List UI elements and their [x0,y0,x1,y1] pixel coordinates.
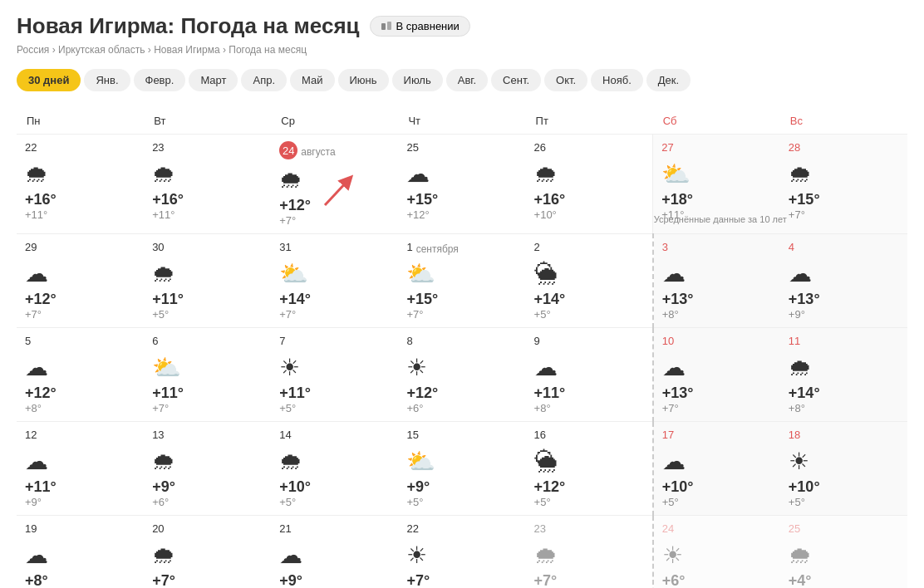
tab-nov[interactable]: Нояб. [591,69,643,91]
tab-jan[interactable]: Янв. [84,69,130,91]
weather-icon-13sep: 🌧 [152,448,263,475]
day-7-sep[interactable]: 7 ☀ +11° +5° [271,328,398,422]
day-24-aug[interactable]: 24 августа 🌧 +12° +7° [271,135,398,234]
day-22-aug[interactable]: 22 🌧 +16° +11° [17,135,144,234]
breadcrumb-city[interactable]: Новая Игирма [154,44,219,56]
tab-aug[interactable]: Авг. [446,69,488,91]
weather-icon-1sep: ⛅ [406,260,517,287]
tab-jun[interactable]: Июнь [338,69,389,91]
weather-icon-25sep: 🌧 [789,541,899,569]
weather-icon-26: 🌧 [534,160,645,188]
day-29-aug[interactable]: 29 ☁ +12° +7° [17,234,144,328]
weather-icon-16sep: 🌦 [534,448,644,475]
day-4-sep[interactable]: 4 ☁ +13° +9° [780,234,907,328]
day-16-sep[interactable]: 16 🌦 +12° +5° [526,422,653,516]
day-11-sep[interactable]: 11 🌧 +14° +8° [780,328,907,422]
tab-mar[interactable]: Март [189,69,238,91]
weather-icon-28: 🌧 [789,160,899,188]
weather-icon-25: ☁ [406,160,517,188]
week-row-2: 29 ☁ +12° +7° 30 🌧 +11° +5° 31 ⛅ +14° +7… [17,234,907,328]
day-2-sep[interactable]: 2 🌦 +14° +5° [526,234,653,328]
day-12-sep[interactable]: 12 ☁ +11° +9° [17,422,144,516]
weather-icon-17sep: ☁ [662,448,772,475]
tab-sep[interactable]: Сент. [491,69,541,91]
weekday-wed: Ср [271,108,398,135]
day-24-sep[interactable]: 24 ☀ +6° +3° [653,516,780,589]
weather-icon-31: ⛅ [279,260,390,287]
day-30-aug[interactable]: 30 🌧 +11° +5° [144,234,271,328]
day-6-sep[interactable]: 6 ⛅ +11° +7° [144,328,271,422]
day-13-sep[interactable]: 13 🌧 +9° +6° [144,422,271,516]
tab-30days[interactable]: 30 дней [17,69,81,91]
day-23-sep[interactable]: 23 🌧 +7° [526,516,653,589]
page-title: Новая Игирма: Погода на месяц [17,13,360,39]
svg-rect-0 [381,23,386,30]
tab-jul[interactable]: Июль [392,69,443,91]
breadcrumb-current: Погода на месяц [229,44,307,56]
month-tabs: 30 дней Янв. Февр. Март Апр. Май Июнь Ию… [17,69,907,91]
svg-line-3 [325,180,348,205]
day-31-aug[interactable]: 31 ⛅ +14° +7° [271,234,398,328]
weather-icon-5sep: ☁ [25,354,135,381]
day-23-aug[interactable]: 23 🌧 +16° +11° [144,135,271,234]
weather-icon-10sep: ☁ [662,354,772,381]
weekday-fri: Пт [526,108,653,135]
weather-icon-8sep: ☀ [406,354,517,381]
day-20-sep[interactable]: 20 🌧 +7° +3° [144,516,271,589]
breadcrumb-russia[interactable]: Россия [17,44,49,56]
weather-icon-14sep: 🌧 [279,448,390,475]
day-14-sep[interactable]: 14 🌧 +10° +5° [271,422,398,516]
day-5-sep[interactable]: 5 ☁ +12° +8° [17,328,144,422]
weather-icon-27: ⛅ [661,160,772,188]
compare-label: В сравнении [396,20,460,32]
averaged-label: Усреднённые данные за 10 лет [654,214,787,224]
breadcrumb-irkutsk[interactable]: Иркутская область [58,44,145,56]
day-26-aug[interactable]: 26 🌧 +16° +10° [526,135,653,234]
weather-icon-4sep: ☁ [789,260,899,287]
day-1-sep[interactable]: 1 сентября ⛅ +15° +7° [398,234,525,328]
tab-may[interactable]: Май [290,69,334,91]
weather-icon-22sep: ☀ [406,541,517,569]
weather-icon-20sep: 🌧 [152,541,263,569]
compare-icon [381,21,392,32]
tab-dec[interactable]: Дек. [646,69,691,91]
day-28-aug[interactable]: 28 🌧 +15° +7° [780,135,907,234]
arrow-indicator [317,172,358,213]
day-22-sep[interactable]: 22 ☀ +7° +4° [398,516,525,589]
weather-icon-7sep: ☀ [279,354,390,381]
weather-icon-3sep: ☁ [662,260,772,287]
svg-rect-1 [387,22,391,30]
weather-icon-21sep: ☁ [279,541,390,569]
weather-icon-24sep: ☀ [662,541,772,569]
weekday-mon: Пн [17,108,144,135]
weather-icon-6sep: ⛅ [152,354,263,381]
day-18-sep[interactable]: 18 ☀ +10° +5° [780,422,907,516]
weather-icon-15sep: ⛅ [406,448,517,475]
day-17-sep[interactable]: 17 ☁ +10° +5° [653,422,780,516]
weather-icon-9sep: ☁ [534,354,644,381]
weekday-tue: Вт [144,108,271,135]
breadcrumb: Россия › Иркутская область › Новая Игирм… [17,44,907,56]
tab-feb[interactable]: Февр. [134,69,186,91]
day-19-sep[interactable]: 19 ☁ +8° +5° [17,516,144,589]
day-25-aug[interactable]: 25 ☁ +15° +12° [398,135,525,234]
weather-icon-23sep: 🌧 [534,541,644,569]
week-row-3: 5 ☁ +12° +8° 6 ⛅ +11° +7° 7 ☀ +11° +5° [17,328,907,422]
day-10-sep[interactable]: 10 ☁ +13° +7° [653,328,780,422]
day-8-sep[interactable]: 8 ☀ +12° +6° [398,328,525,422]
weather-calendar: Пн Вт Ср Чт Пт Сб Вс 22 🌧 +16° +11° 23 [17,108,907,588]
week-row-4: 12 ☁ +11° +9° 13 🌧 +9° +6° 14 🌧 +10° +5° [17,422,907,516]
weekday-sun: Вс [780,108,907,135]
weather-icon-2sep: 🌦 [534,260,644,287]
compare-button[interactable]: В сравнении [370,16,470,37]
tab-oct[interactable]: Окт. [544,69,587,91]
week-row-5: 19 ☁ +8° +5° 20 🌧 +7° +3° 21 ☁ +9° +3° [17,516,907,589]
weather-icon-22: 🌧 [25,160,135,188]
weather-icon-18sep: ☀ [789,448,899,475]
tab-apr[interactable]: Апр. [241,69,287,91]
day-25-sep[interactable]: 25 🌧 +4° [780,516,907,589]
day-9-sep[interactable]: 9 ☁ +11° +8° [526,328,653,422]
day-15-sep[interactable]: 15 ⛅ +9° +5° [398,422,525,516]
day-21-sep[interactable]: 21 ☁ +9° +3° [271,516,398,589]
day-3-sep[interactable]: Усреднённые данные за 10 лет 3 ☁ +13° +8… [653,234,780,328]
